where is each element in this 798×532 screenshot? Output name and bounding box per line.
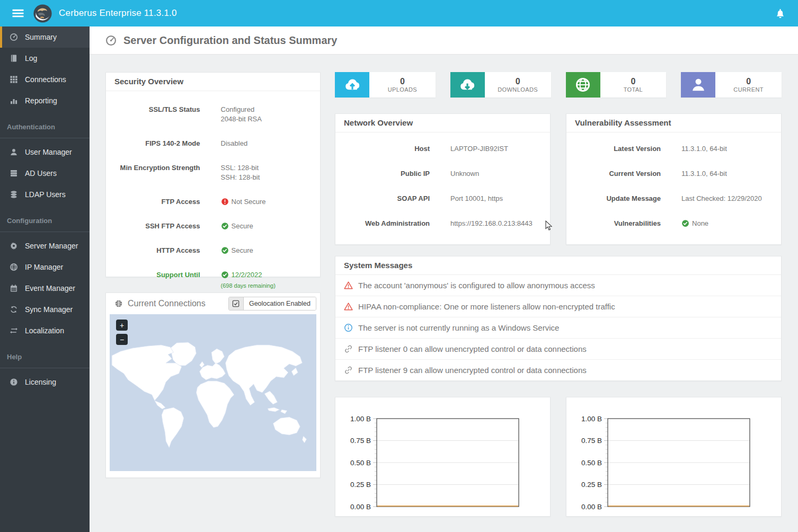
sidebar-item-label: Sync Manager (25, 305, 73, 314)
sidebar-item-label: User Manager (25, 148, 72, 156)
kv-label: Vulnerabilities (566, 219, 661, 228)
sidebar-item-sync-manager[interactable]: Sync Manager (0, 299, 90, 320)
svg-text:0.75 B: 0.75 B (350, 437, 371, 445)
kv-value-text: Not Secure (232, 198, 266, 206)
check-circle-icon (221, 222, 229, 230)
stat-card-uploads[interactable]: 0UPLOADS (335, 72, 436, 97)
kv-label: Current Version (566, 169, 661, 179)
grid-icon (10, 75, 18, 84)
kv-value-text: 12/2/2022 (232, 271, 262, 279)
kv-label: Web Administration (335, 219, 430, 228)
info-circle-solid-icon (10, 378, 18, 386)
globe-icon (114, 299, 123, 308)
system-messages-panel: System Messages The account 'anonymous' … (335, 256, 782, 381)
sidebar-item-server-manager[interactable]: Server Manager (0, 235, 90, 256)
kv-value-text: 11.3.1.0, 64-bit (681, 145, 727, 153)
kv-row-current-version: Current Version11.3.1.0, 64-bit (566, 169, 772, 179)
stat-value: 0 (516, 77, 520, 86)
sidebar-item-ip-manager[interactable]: IP Manager (0, 256, 90, 278)
stat-value: 0 (631, 77, 635, 86)
kv-value-text: Port 10001, https (450, 194, 503, 202)
panel-title: Network Overview (335, 114, 550, 132)
sidebar-item-licensing[interactable]: Licensing (0, 371, 90, 393)
sidebar-item-log[interactable]: Log (0, 48, 90, 69)
map-zoom-in-button[interactable]: + (116, 320, 128, 331)
transfer-chart-downloads: 1.00 B0.75 B0.50 B0.25 B0.00 B (566, 397, 782, 517)
system-message-row: The account 'anonymous' is configured to… (335, 275, 781, 296)
kv-value-text: Secure (232, 222, 253, 230)
hamburger-icon[interactable] (12, 7, 24, 20)
check-circle-icon (221, 246, 229, 254)
kv-label: Latest Version (566, 144, 661, 154)
kv-value-text: Disabled (221, 139, 248, 147)
sidebar-item-summary[interactable]: Summary (0, 26, 90, 48)
app-title: Cerberus Enterprise 11.3.1.0 (59, 8, 177, 19)
sync-icon (10, 305, 18, 314)
transfer-chart-uploads: 1.00 B0.75 B0.50 B0.25 B0.00 B (335, 397, 551, 517)
globe-icon (575, 77, 591, 93)
world-map-graphic (110, 314, 316, 471)
exclamation-circle-icon (221, 198, 229, 206)
kv-value-text: Secure (232, 246, 253, 254)
warning-triangle-icon (344, 302, 353, 311)
panel-title: Vulnerability Assessment (566, 114, 781, 132)
system-message-text: HIPAA non-compliance: One or more listen… (358, 302, 615, 311)
kv-value-text: LAPTOP-JIB92IST (450, 145, 508, 153)
stat-icon-box (566, 72, 600, 97)
sidebar-item-ad-users[interactable]: AD Users (0, 163, 90, 184)
kv-row-soap-api: SOAP APIPort 10001, https (335, 194, 540, 203)
kv-value-text: SSH: 128-bit (221, 173, 260, 181)
bell-icon[interactable] (775, 8, 785, 19)
map-zoom-out-button[interactable]: − (116, 334, 128, 345)
geolocation-toggle-button[interactable]: Geolocation Enabled (228, 297, 316, 311)
kv-label: HTTP Access (106, 246, 200, 255)
sidebar-item-event-manager[interactable]: Event Manager (0, 278, 90, 299)
world-map[interactable]: + − (110, 314, 316, 471)
kv-value-text: 11.3.1.0, 64-bit (681, 170, 727, 178)
log-book-icon (10, 54, 18, 63)
kv-label: FIPS 140-2 Mode (106, 139, 200, 148)
kv-label: Public IP (335, 169, 430, 179)
vulnerability-assessment-panel: Vulnerability Assessment Latest Version1… (566, 113, 782, 245)
svg-text:0.50 B: 0.50 B (581, 459, 602, 467)
sidebar-item-connections[interactable]: Connections (0, 69, 90, 90)
sidebar: SummaryLogConnectionsReportingAuthentica… (0, 26, 90, 532)
globe-icon (10, 263, 18, 271)
sidebar-item-label: LDAP Users (25, 190, 66, 199)
info-circle-icon (344, 323, 353, 332)
sidebar-item-label: Event Manager (25, 284, 75, 292)
sidebar-item-user-manager[interactable]: User Manager (0, 141, 90, 163)
system-message-row: HIPAA non-compliance: One or more listen… (335, 296, 781, 317)
svg-text:1.00 B: 1.00 B (350, 415, 371, 423)
kv-value-text: Last Checked: 12/29/2020 (681, 194, 762, 202)
kv-row-update-message: Update MessageLast Checked: 12/29/2020 (566, 194, 772, 203)
svg-text:0.25 B: 0.25 B (350, 481, 371, 489)
stat-card-downloads[interactable]: 0DOWNLOADS (450, 72, 551, 97)
stat-label: TOTAL (624, 86, 643, 93)
sidebar-item-label: Summary (25, 33, 57, 41)
sidebar-item-localization[interactable]: Localization (0, 320, 90, 341)
page-title: Server Configuration and Status Summary (123, 34, 337, 47)
sidebar-item-reporting[interactable]: Reporting (0, 90, 90, 111)
calendar-icon (10, 284, 18, 292)
svg-text:0.25 B: 0.25 B (581, 481, 602, 489)
sidebar-item-ldap-users[interactable]: LDAP Users (0, 184, 90, 205)
check-circle-icon (681, 219, 689, 227)
kv-row-support-until: Support Until12/2/2022(698 days remainin… (106, 270, 311, 290)
kv-value-text: Configured (221, 105, 255, 113)
panel-title: System Messages (335, 256, 781, 275)
user-icon (10, 148, 18, 156)
kv-value-text: 2048-bit RSA (221, 115, 262, 123)
stat-value: 0 (400, 77, 405, 86)
stat-card-total[interactable]: 0TOTAL (566, 72, 667, 97)
kv-row-ssh-ftp-access: SSH FTP AccessSecure (106, 221, 311, 231)
cloud-upload-icon (344, 77, 360, 93)
kv-label: Host (335, 144, 430, 154)
kv-row-ftp-access: FTP AccessNot Secure (106, 197, 311, 207)
sidebar-section-help: Help (0, 348, 90, 368)
svg-text:0.50 B: 0.50 B (350, 459, 371, 467)
stat-card-current[interactable]: 0CURRENT (681, 72, 782, 97)
stat-icon-box (335, 72, 369, 97)
link-icon (344, 344, 353, 353)
bar-chart-icon (10, 96, 18, 105)
